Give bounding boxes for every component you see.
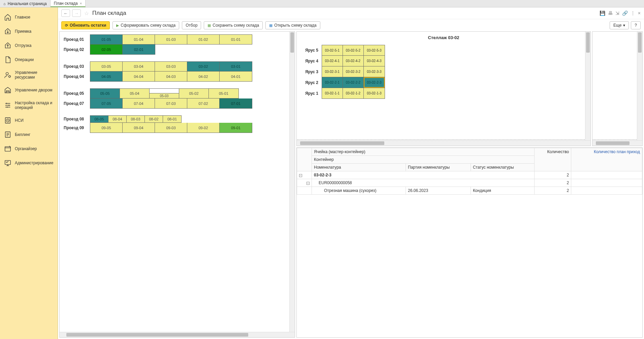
rack-cell[interactable]: 03-02-5-2 — [343, 45, 364, 55]
warehouse-cell[interactable]: 07-03 — [155, 98, 187, 108]
generate-button[interactable]: ▶ Сформировать схему склада — [112, 21, 179, 29]
nav-back-button[interactable]: ← — [61, 9, 70, 17]
rack-cell[interactable]: 03-02-5-1 — [322, 45, 343, 55]
warehouse-cell[interactable]: 07-05 — [90, 98, 123, 108]
help-button[interactable]: ? — [631, 21, 641, 29]
warehouse-cell[interactable]: 08-03 — [127, 116, 145, 122]
more-button[interactable]: Еще ▾ — [610, 21, 629, 29]
sidebar-item-settings[interactable]: Настройка склада и операций — [0, 97, 58, 113]
table-row[interactable]: − 03-02-2-3 2 — [297, 171, 642, 179]
warehouse-cell[interactable]: 04-02 — [187, 72, 220, 81]
rack-cell[interactable]: 03-02-2-1 — [322, 77, 343, 88]
favorite-icon[interactable]: ☆ — [84, 10, 89, 17]
warehouse-cell[interactable]: 03-03 — [155, 62, 187, 71]
warehouse-cell[interactable]: 08-02 — [145, 116, 163, 122]
warehouse-cell[interactable]: 09-05 — [90, 123, 123, 133]
sidebar-item-nsi[interactable]: НСИ — [0, 113, 58, 128]
rack-cell[interactable]: 03-02-5-3 — [364, 45, 385, 55]
tree-collapse-icon[interactable]: − — [299, 174, 302, 177]
warehouse-cell[interactable]: 03-01 — [220, 62, 252, 71]
scrollbar-horizontal[interactable] — [592, 140, 642, 146]
warehouse-cell[interactable]: 05-02 — [179, 89, 209, 98]
sidebar-item-receiving[interactable]: Приемка — [0, 24, 58, 38]
sidebar-item-shipping[interactable]: Отгрузка — [0, 38, 58, 53]
col-qty[interactable]: Количество — [535, 148, 571, 171]
warehouse-cell[interactable]: 05-05 — [90, 89, 120, 98]
warehouse-cell[interactable]: 04-05 — [90, 72, 123, 81]
rack-cell[interactable]: 03-02-2-2 — [343, 77, 364, 88]
warehouse-cell[interactable]: 08-01 — [163, 116, 181, 122]
warehouse-cell[interactable]: 09-01 — [220, 123, 252, 133]
print-icon[interactable]: 🖶 — [608, 10, 613, 16]
scrollbar-vertical[interactable] — [289, 32, 295, 332]
col-nomenclature[interactable]: Номенклатура — [312, 164, 406, 171]
warehouse-cell[interactable]: 01-03 — [155, 35, 187, 44]
warehouse-cell[interactable]: 01-04 — [123, 35, 155, 44]
warehouse-cell[interactable]: 03-02 — [187, 62, 220, 71]
rack-cell[interactable]: 03-02-1-2 — [343, 88, 364, 98]
nav-forward-button[interactable]: → — [72, 9, 81, 17]
kebab-icon[interactable]: ⋮ — [631, 10, 635, 16]
filter-button[interactable]: Отбор — [182, 21, 201, 29]
rack-cell[interactable]: 03-02-4-2 — [343, 56, 364, 66]
sidebar-item-operations[interactable]: Операции — [0, 53, 58, 67]
warehouse-cell[interactable]: 03-04 — [123, 62, 155, 71]
sidebar-item-admin[interactable]: Администрирование — [0, 156, 58, 170]
tree-collapse-icon[interactable]: − — [307, 182, 310, 185]
rack-cell[interactable]: 03-02-3-2 — [343, 66, 364, 77]
warehouse-cell[interactable]: 01-05 — [90, 35, 123, 44]
warehouse-cell[interactable]: 01-02 — [187, 35, 220, 44]
col-status[interactable]: Статус номенклатуры — [471, 164, 534, 171]
warehouse-cell[interactable]: 05-04 — [120, 89, 150, 98]
open-scheme-button[interactable]: ▦ Открыть схему склада — [265, 21, 320, 29]
sidebar-item-resources[interactable]: Управление ресурсами — [0, 67, 58, 83]
col-qty-plan[interactable]: Количество план приход — [571, 148, 642, 171]
warehouse-cell[interactable]: 02-01 — [123, 45, 155, 54]
export-icon[interactable]: ⇲ — [615, 10, 619, 16]
warehouse-cell[interactable]: 02-05 — [90, 45, 123, 54]
scrollbar-horizontal[interactable] — [60, 332, 295, 337]
warehouse-cell[interactable]: 05-03 — [150, 93, 179, 98]
scrollbar-vertical[interactable] — [637, 32, 642, 140]
warehouse-cell[interactable]: 07-04 — [123, 98, 155, 108]
sidebar-item-main[interactable]: Главное — [0, 10, 58, 24]
close-icon[interactable]: × — [80, 1, 82, 5]
warehouse-cell[interactable]: 03-05 — [90, 62, 123, 71]
rack-cell[interactable]: 03-02-4-1 — [322, 56, 343, 66]
col-cell[interactable]: Ячейка (мастер-контейнер) — [312, 148, 535, 156]
col-batch[interactable]: Партия номенклатуры — [406, 164, 471, 171]
rack-cell[interactable]: 03-02-3-1 — [322, 66, 343, 77]
rack-cell[interactable]: 03-02-1-1 — [322, 88, 343, 98]
sidebar-item-yard[interactable]: Управление двором — [0, 83, 58, 97]
rack-cell[interactable]: 03-02-3-3 — [364, 66, 385, 77]
rack-cell[interactable]: 03-02-1-3 — [364, 88, 385, 98]
refresh-button[interactable]: ⟳ Обновить остатки — [61, 21, 110, 29]
warehouse-cell[interactable]: 08-04 — [108, 116, 127, 122]
warehouse-cell[interactable]: 05-01 — [209, 89, 238, 98]
tab-plan[interactable]: План склада × — [51, 0, 86, 7]
warehouse-cell[interactable]: 01-01 — [220, 35, 252, 44]
table-row[interactable]: − EUR00000000058 2 — [297, 179, 642, 187]
scrollbar-vertical[interactable] — [585, 32, 590, 140]
rack-cell[interactable]: 03-02-2-3 — [364, 77, 385, 88]
warehouse-cell[interactable]: 04-01 — [220, 72, 252, 81]
warehouse-cell[interactable] — [150, 89, 179, 93]
table-row[interactable]: Отрезная машина (сухорез) 26.06.2023 Кон… — [297, 187, 642, 195]
sidebar-item-organizer[interactable]: Органайзер — [0, 142, 58, 156]
warehouse-cell[interactable]: 07-01 — [220, 98, 252, 108]
warehouse-cell[interactable]: 09-03 — [155, 123, 187, 133]
link-icon[interactable]: 🔗 — [622, 10, 628, 16]
close-icon[interactable]: × — [638, 10, 641, 16]
warehouse-cell[interactable]: 09-04 — [123, 123, 155, 133]
scrollbar-horizontal[interactable] — [297, 140, 590, 146]
warehouse-cell[interactable]: 09-02 — [187, 123, 220, 133]
tab-home[interactable]: ⌂ Начальная страница — [0, 0, 51, 7]
rack-cell[interactable]: 03-02-4-3 — [364, 56, 385, 66]
save-icon[interactable]: 💾 — [600, 10, 605, 16]
warehouse-cell[interactable]: 04-04 — [123, 72, 155, 81]
warehouse-cell[interactable]: 08-05 — [90, 116, 108, 122]
sidebar-item-billing[interactable]: Биллинг — [0, 128, 58, 142]
col-container[interactable]: Контейнер — [312, 156, 535, 164]
warehouse-cell[interactable]: 04-03 — [155, 72, 187, 81]
save-scheme-button[interactable]: ▦ Сохранить схему склада — [204, 21, 263, 29]
